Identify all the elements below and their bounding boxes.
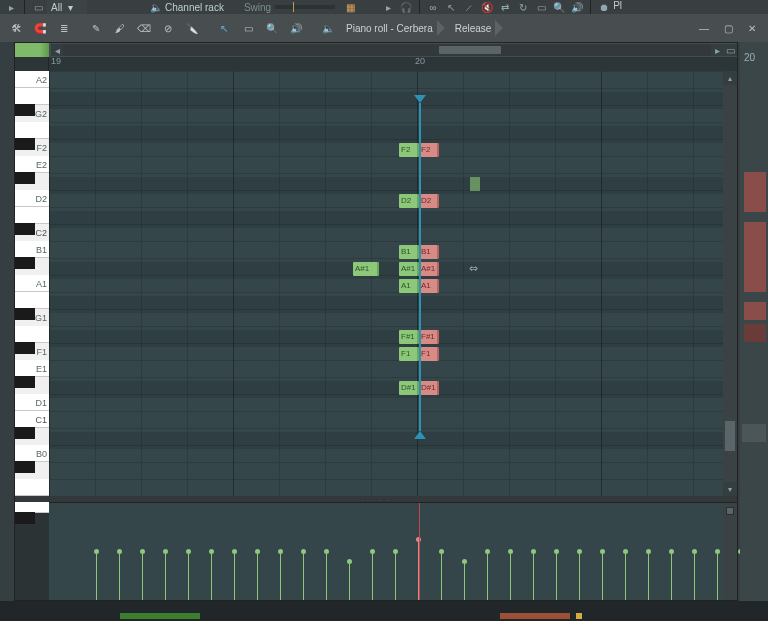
velocity-stem[interactable] xyxy=(648,552,649,600)
note[interactable]: A1 xyxy=(399,279,419,293)
velocity-stem[interactable] xyxy=(234,552,235,600)
note-color-picker[interactable] xyxy=(15,43,49,57)
maximize-icon[interactable]: ▢ xyxy=(719,19,737,37)
magnet-icon[interactable]: 🧲 xyxy=(31,19,49,37)
velocity-stem[interactable] xyxy=(349,562,350,600)
mute-icon[interactable]: 🔇 xyxy=(480,0,494,14)
velocity-stem[interactable] xyxy=(395,552,396,600)
time-ruler[interactable]: 19 20 xyxy=(49,57,737,71)
hzoom[interactable]: ▭ xyxy=(723,44,737,56)
velocity-stem[interactable] xyxy=(257,552,258,600)
arrows-icon[interactable]: ⇄ xyxy=(498,0,512,14)
minimize-icon[interactable]: — xyxy=(695,19,713,37)
hscroll-track[interactable] xyxy=(63,44,711,56)
velocity-editor[interactable] xyxy=(49,503,723,600)
mute-tool-icon[interactable]: ⊘ xyxy=(159,19,177,37)
headphone-icon[interactable]: 🎧 xyxy=(399,0,413,14)
playhead[interactable] xyxy=(419,103,421,431)
note[interactable]: F#1 xyxy=(419,330,439,344)
velocity-stem[interactable] xyxy=(280,552,281,600)
note[interactable]: F#1 xyxy=(399,330,419,344)
pattern-selector[interactable]: All▾ xyxy=(47,0,87,14)
hscroll-left[interactable]: ◂ xyxy=(51,44,63,56)
close-icon[interactable]: ✕ xyxy=(743,19,761,37)
cut-icon[interactable]: ⟋ xyxy=(462,0,476,14)
piano-keys[interactable]: A2G2F2E2D2C2B1A1G1F1E1D1C1B0 xyxy=(15,71,49,496)
velocity-stem[interactable] xyxy=(372,552,373,600)
wrench-icon[interactable]: 🛠 xyxy=(7,19,25,37)
note[interactable]: D2 xyxy=(399,194,419,208)
select-tool-icon[interactable]: ↖ xyxy=(215,19,233,37)
paint-icon[interactable]: 🖌 xyxy=(111,19,129,37)
marquee-icon[interactable]: ▭ xyxy=(534,0,548,14)
swing-slider[interactable] xyxy=(275,5,335,9)
crumb-arrow-icon xyxy=(495,20,503,36)
playback-tool-icon[interactable]: 🔊 xyxy=(287,19,305,37)
move-handle-icon[interactable]: ⇔ xyxy=(469,262,478,275)
velocity-stem[interactable] xyxy=(625,552,626,600)
note[interactable]: A1 xyxy=(419,279,439,293)
ruler-tick: 19 xyxy=(51,56,61,66)
note[interactable]: A#1 xyxy=(399,262,419,276)
note-grid[interactable]: F2F2D2D2B1B1A#1A#1A#1A1A1F#1F#1F1F1D#1D#… xyxy=(49,71,723,496)
velocity-stem[interactable] xyxy=(694,552,695,600)
velocity-stem[interactable] xyxy=(303,552,304,600)
velocity-stem[interactable] xyxy=(671,552,672,600)
play-icon[interactable]: ▸ xyxy=(4,0,18,14)
velocity-stem[interactable] xyxy=(119,552,120,600)
note[interactable]: B1 xyxy=(419,245,439,259)
key-label: G2 xyxy=(35,109,47,119)
velocity-stem[interactable] xyxy=(602,552,603,600)
velocity-stem[interactable] xyxy=(96,552,97,600)
velocity-stem[interactable] xyxy=(556,552,557,600)
link-icon[interactable]: ∞ xyxy=(426,0,440,14)
velocity-stem[interactable] xyxy=(165,552,166,600)
note[interactable]: D#1 xyxy=(419,381,439,395)
channel-rack-label[interactable]: Channel rack xyxy=(165,2,224,13)
velocity-stem[interactable] xyxy=(441,552,442,600)
hscroll-thumb[interactable] xyxy=(439,46,501,54)
ruler-tick: 20 xyxy=(415,56,425,66)
loop-icon[interactable]: ↻ xyxy=(516,0,530,14)
note[interactable]: F1 xyxy=(399,347,419,361)
transport-play-icon[interactable]: ▸ xyxy=(381,0,395,14)
velocity-stem[interactable] xyxy=(510,552,511,600)
velocity-stem[interactable] xyxy=(211,552,212,600)
grid-icon[interactable]: ▦ xyxy=(343,0,357,14)
note[interactable]: F2 xyxy=(419,143,439,157)
velocity-stem[interactable] xyxy=(579,552,580,600)
velocity-stem[interactable] xyxy=(717,552,718,600)
window-icon[interactable]: ▭ xyxy=(31,0,45,14)
velocity-stem[interactable] xyxy=(188,552,189,600)
velocity-options[interactable] xyxy=(723,503,737,600)
note[interactable]: B1 xyxy=(399,245,419,259)
menu-icon[interactable]: ≣ xyxy=(55,19,73,37)
note[interactable]: D2 xyxy=(419,194,439,208)
cursor-icon[interactable]: ↖ xyxy=(444,0,458,14)
marquee-tool-icon[interactable]: ▭ xyxy=(239,19,257,37)
note[interactable]: A#1 xyxy=(353,262,379,276)
vscroll-thumb[interactable] xyxy=(725,421,735,451)
note[interactable]: F2 xyxy=(399,143,419,157)
draw-icon[interactable]: ✎ xyxy=(87,19,105,37)
velocity-stem[interactable] xyxy=(533,552,534,600)
crumb-release[interactable]: Release xyxy=(455,23,492,34)
zoom-icon[interactable]: 🔍 xyxy=(552,0,566,14)
record-icon[interactable]: ⏺ xyxy=(597,0,611,14)
velocity-stem[interactable] xyxy=(142,552,143,600)
velocity-stem[interactable] xyxy=(487,552,488,600)
note[interactable]: F1 xyxy=(419,347,439,361)
erase-icon[interactable]: ⌫ xyxy=(135,19,153,37)
note[interactable]: A#1 xyxy=(419,262,439,276)
zoom-tool-icon[interactable]: 🔍 xyxy=(263,19,281,37)
slice-icon[interactable]: 🔪 xyxy=(183,19,201,37)
volume-icon[interactable]: 🔊 xyxy=(570,0,584,14)
vscroll-down[interactable]: ▾ xyxy=(723,482,737,496)
vscroll-track[interactable] xyxy=(723,85,737,482)
hscroll-right[interactable]: ▸ xyxy=(711,44,723,56)
velocity-stem[interactable] xyxy=(464,562,465,600)
note[interactable]: D#1 xyxy=(399,381,419,395)
vscroll-up[interactable]: ▴ xyxy=(723,71,737,85)
velocity-stem[interactable] xyxy=(326,552,327,600)
right-overview-panel[interactable]: 20 xyxy=(740,42,768,601)
